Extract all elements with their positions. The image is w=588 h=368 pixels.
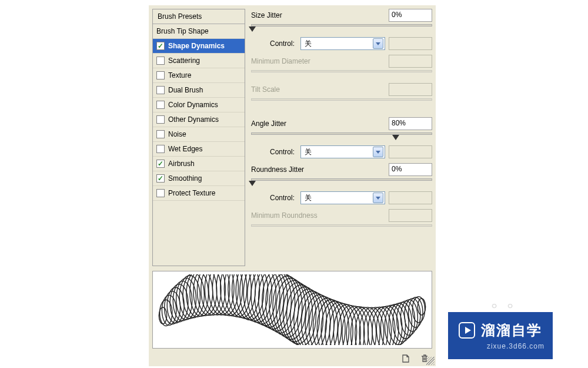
sidebar-header-presets[interactable]: Brush Presets [153,9,245,24]
slider-thumb[interactable] [249,181,256,186]
size-control-dropdown[interactable]: 关 [300,37,385,50]
slider-track [251,70,432,72]
size-jitter-row: Size Jitter 0% [251,9,432,22]
angle-control-label: Control: [270,148,295,156]
min-roundness-slider [251,224,432,233]
angle-jitter-label: Angle Jitter [251,120,286,128]
sidebar-item-label: Noise [168,130,186,138]
sidebar-item-label: Brush Tip Shape [156,27,209,35]
tilt-scale-slider [251,98,432,107]
min-roundness-row: Minimum Roundness [251,209,432,222]
checkbox-shape-dynamics[interactable] [156,42,165,50]
dropdown-value: 关 [305,147,312,157]
brush-options-sidebar: Brush Presets Brush Tip Shape Shape Dyna… [152,9,245,266]
checkbox-other-dynamics[interactable] [156,115,165,124]
sidebar-item-label: Smoothing [168,174,202,183]
dropdown-value: 关 [305,39,312,49]
sidebar-item-label: Texture [168,71,191,79]
sidebar-item-label: Protect Texture [168,189,215,197]
roundness-control-label: Control: [270,194,295,202]
sidebar-item-label: Wet Edges [168,145,202,153]
angle-control-aux [389,145,432,158]
new-preset-icon[interactable] [400,353,411,364]
tilt-scale-value [389,83,432,96]
checkbox-scattering[interactable] [156,57,165,65]
tilt-scale-label: Tilt Scale [251,85,280,94]
sidebar-item-dual-brush[interactable]: Dual Brush [153,83,245,98]
sidebar-item-airbrush[interactable]: Airbrush [153,157,245,171]
sidebar-item-noise[interactable]: Noise [153,127,245,142]
min-diameter-row: Minimum Diameter [251,55,432,68]
roundness-jitter-value[interactable]: 0% [389,163,432,176]
checkbox-dual-brush[interactable] [156,86,165,94]
roundness-jitter-label: Roundness Jitter [251,165,304,174]
slider-thumb[interactable] [392,135,399,140]
checkbox-smoothing[interactable] [156,174,165,183]
shape-dynamics-settings: Size Jitter 0% Control: 关 Minimum Diamet… [245,5,436,266]
checkbox-airbrush[interactable] [156,160,165,168]
slider-track [251,132,432,135]
brush-settings-panel: Brush Presets Brush Tip Shape Shape Dyna… [148,5,436,367]
play-icon [459,322,475,339]
slider-track [251,98,432,101]
brush-stroke-preview [152,271,432,349]
min-diameter-label: Minimum Diameter [251,57,310,65]
size-control-aux [389,37,432,50]
slider-thumb[interactable] [249,26,256,32]
sidebar-item-label: Scattering [168,57,200,65]
angle-control-row: Control: 关 [251,145,432,158]
sidebar-item-label: Airbrush [168,160,195,168]
sidebar-item-other-dynamics[interactable]: Other Dynamics [153,112,245,127]
sidebar-item-label: Other Dynamics [168,115,219,124]
panel-footer [149,352,436,366]
watermark-url: zixue.3d66.com [487,342,544,350]
sidebar-item-label: Shape Dynamics [168,42,225,50]
panel-body: Brush Presets Brush Tip Shape Shape Dyna… [149,5,436,268]
roundness-jitter-row: Roundness Jitter 0% [251,163,432,176]
roundness-control-row: Control: 关 [251,191,432,204]
sidebar-item-protect-texture[interactable]: Protect Texture [153,186,245,201]
angle-control-dropdown[interactable]: 关 [300,145,385,158]
sidebar-item-shape-dynamics[interactable]: Shape Dynamics [153,39,245,54]
checkbox-noise[interactable] [156,130,165,138]
chevron-down-icon [373,193,383,203]
sidebar-item-scattering[interactable]: Scattering [153,54,245,68]
angle-jitter-row: Angle Jitter 80% [251,117,432,130]
angle-jitter-value[interactable]: 80% [389,117,432,130]
checkbox-texture[interactable] [156,71,165,79]
sidebar-item-brush-tip-shape[interactable]: Brush Tip Shape [153,24,245,39]
sidebar-item-smoothing[interactable]: Smoothing [153,171,245,186]
roundness-control-dropdown[interactable]: 关 [300,191,385,204]
size-jitter-slider[interactable] [251,24,432,32]
checkbox-protect-texture[interactable] [156,189,165,197]
sidebar-item-label: Dual Brush [168,86,203,94]
watermark-text: 溜溜自学 [481,321,542,340]
min-diameter-value [389,55,432,68]
size-control-label: Control: [270,39,295,48]
slider-track [251,24,432,26]
checkbox-color-dynamics[interactable] [156,101,165,109]
resize-grip-icon[interactable] [426,357,435,365]
min-roundness-value [389,209,432,222]
sidebar-item-wet-edges[interactable]: Wet Edges [153,142,245,157]
slider-track [251,178,432,181]
size-jitter-label: Size Jitter [251,11,282,19]
roundness-jitter-slider[interactable] [251,178,432,187]
chevron-down-icon [373,147,383,157]
sidebar-item-color-dynamics[interactable]: Color Dynamics [153,98,245,112]
watermark-badge: 溜溜自学 zixue.3d66.com [448,312,553,359]
sidebar-item-texture[interactable]: Texture [153,68,245,83]
checkbox-wet-edges[interactable] [156,145,165,153]
size-control-row: Control: 关 [251,37,432,50]
slider-track [251,224,432,227]
brush-preview-svg [154,274,430,345]
min-diameter-slider [251,70,432,78]
min-roundness-label: Minimum Roundness [251,211,318,220]
roundness-control-aux [389,191,432,204]
sidebar-spacer [153,201,245,266]
sidebar-item-label: Color Dynamics [168,101,218,109]
dropdown-value: 关 [305,193,312,203]
tilt-scale-row: Tilt Scale [251,83,432,96]
size-jitter-value[interactable]: 0% [389,9,432,22]
angle-jitter-slider[interactable] [251,132,432,141]
